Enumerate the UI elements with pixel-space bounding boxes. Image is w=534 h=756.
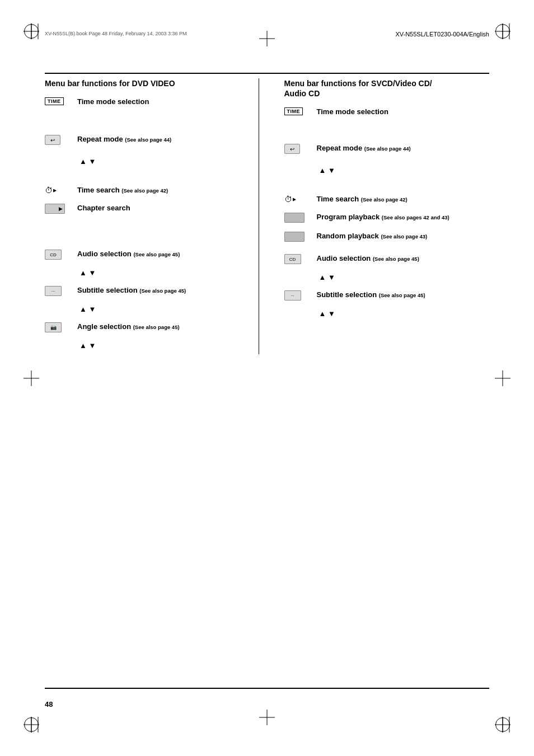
left-column: Menu bar functions for DVD VIDEO TIME Ti… bbox=[45, 78, 259, 354]
time-mode-left-row: TIME Time mode selection bbox=[45, 97, 250, 106]
program-playback-icon bbox=[284, 213, 312, 223]
chapter-search-row: Chapter search bbox=[45, 204, 250, 214]
subtitle-right-label: Subtitle selection (See also page 45) bbox=[317, 290, 490, 299]
audio-icon-right: CD bbox=[284, 254, 301, 264]
angle-left-row: 📷 Angle selection (See also page 45) bbox=[45, 322, 250, 332]
subtitle-left-label: Subtitle selection (See also page 45) bbox=[77, 286, 250, 294]
page-number: 48 bbox=[45, 700, 53, 708]
main-content: Menu bar functions for DVD VIDEO TIME Ti… bbox=[45, 78, 489, 683]
header: XV-N55SL(B).book Page 48 Friday, Februar… bbox=[45, 31, 489, 39]
chapter-search-icon bbox=[45, 204, 73, 214]
audio-left-row: CD Audio selection (See also page 45) bbox=[45, 250, 250, 260]
reg-mark-tl bbox=[24, 24, 39, 39]
audio-left-label: Audio selection (See also page 45) bbox=[77, 250, 250, 258]
time-search-left-row: ⏱▶ Time search (See also page 42) bbox=[45, 186, 250, 195]
bottom-rule bbox=[45, 688, 489, 689]
audio-right-label: Audio selection (See also page 45) bbox=[317, 254, 490, 262]
updown-right-2-arrows: ▲ ▼ bbox=[317, 273, 490, 281]
program-playback-label: Program playback (See also pages 42 and … bbox=[317, 213, 490, 221]
subtitle-right-row: ··· Subtitle selection (See also page 45… bbox=[284, 290, 490, 300]
time-badge-right: TIME bbox=[284, 107, 303, 115]
updown-left-1-row: ▲ ▼ bbox=[45, 157, 250, 166]
prog-icon-random bbox=[284, 232, 305, 242]
random-playback-icon bbox=[284, 232, 312, 242]
audio-right-icon: CD bbox=[284, 254, 312, 264]
repeat-mode-right-icon: ↩ bbox=[284, 144, 312, 154]
audio-right-row: CD Audio selection (See also page 45) bbox=[284, 254, 490, 264]
right-section-title: Menu bar functions for SVCD/Video CD/Aud… bbox=[284, 78, 490, 98]
updown-left-1-arrows: ▲ ▼ bbox=[77, 157, 250, 166]
audio-icon-left: CD bbox=[45, 250, 62, 260]
updown-right-2-row: ▲ ▼ bbox=[284, 273, 490, 281]
random-playback-row: Random playback (See also page 43) bbox=[284, 232, 490, 242]
subtitle-left-row: ··· Subtitle selection (See also page 45… bbox=[45, 286, 250, 296]
time-search-left-icon: ⏱▶ bbox=[45, 186, 73, 195]
angle-left-icon: 📷 bbox=[45, 322, 73, 332]
reg-mark-bl bbox=[24, 717, 39, 732]
reg-mark-tr bbox=[495, 24, 510, 39]
top-rule bbox=[45, 73, 489, 74]
subtitle-right-icon: ··· bbox=[284, 290, 312, 300]
random-playback-label: Random playback (See also page 43) bbox=[317, 232, 490, 240]
subtitle-left-icon: ··· bbox=[45, 286, 73, 296]
repeat-icon-right: ↩ bbox=[284, 144, 300, 154]
time-badge-left: TIME bbox=[45, 97, 64, 105]
subtitle-icon-left: ··· bbox=[45, 286, 62, 296]
angle-icon-left: 📷 bbox=[45, 322, 62, 332]
updown-left-3-arrows: ▲ ▼ bbox=[77, 305, 250, 313]
repeat-mode-left-icon: ↩ bbox=[45, 135, 73, 145]
clock-arrow-right: ⏱▶ bbox=[284, 195, 296, 204]
time-mode-left-icon: TIME bbox=[45, 97, 73, 105]
time-search-right-icon: ⏱▶ bbox=[284, 195, 312, 204]
repeat-icon-left: ↩ bbox=[45, 135, 60, 145]
time-search-left-label: Time search (See also page 42) bbox=[77, 186, 250, 194]
clock-arrow-left: ⏱▶ bbox=[45, 186, 57, 195]
crosshair-bottom-center bbox=[259, 710, 275, 725]
updown-right-1-row: ▲ ▼ bbox=[284, 166, 490, 175]
program-playback-row: Program playback (See also pages 42 and … bbox=[284, 213, 490, 223]
updown-left-2-row: ▲ ▼ bbox=[45, 269, 250, 277]
reg-mark-br bbox=[495, 717, 510, 732]
chapter-icon-shape bbox=[45, 204, 65, 214]
crosshair-right-mid bbox=[495, 370, 510, 386]
audio-left-icon: CD bbox=[45, 250, 73, 260]
time-mode-left-label: Time mode selection bbox=[77, 97, 250, 106]
right-column: Menu bar functions for SVCD/Video CD/Aud… bbox=[276, 78, 490, 354]
crosshair-left-mid bbox=[24, 370, 39, 386]
updown-right-1-arrows: ▲ ▼ bbox=[317, 166, 490, 175]
time-search-right-row: ⏱▶ Time search (See also page 42) bbox=[284, 195, 490, 204]
time-mode-right-icon: TIME bbox=[284, 107, 312, 115]
prog-icon-program bbox=[284, 213, 305, 223]
chapter-search-label: Chapter search bbox=[77, 204, 250, 212]
left-section-title: Menu bar functions for DVD VIDEO bbox=[45, 78, 250, 88]
subtitle-icon-right: ··· bbox=[284, 290, 301, 300]
repeat-mode-right-row: ↩ Repeat mode (See also page 44) bbox=[284, 144, 490, 154]
updown-right-3-row: ▲ ▼ bbox=[284, 309, 490, 318]
file-info: XV-N55SL(B).book Page 48 Friday, Februar… bbox=[45, 31, 186, 36]
time-search-right-label: Time search (See also page 42) bbox=[317, 195, 490, 203]
updown-left-4-row: ▲ ▼ bbox=[45, 341, 250, 350]
doc-id: XV-N55SL/LET0230-004A/English bbox=[395, 31, 489, 37]
updown-left-3-row: ▲ ▼ bbox=[45, 305, 250, 313]
time-mode-right-label: Time mode selection bbox=[317, 107, 490, 116]
repeat-mode-left-label: Repeat mode (See also page 44) bbox=[77, 135, 250, 143]
updown-right-3-arrows: ▲ ▼ bbox=[317, 309, 490, 318]
repeat-mode-right-label: Repeat mode (See also page 44) bbox=[317, 144, 490, 152]
angle-left-label: Angle selection (See also page 45) bbox=[77, 322, 250, 331]
time-mode-right-row: TIME Time mode selection bbox=[284, 107, 490, 116]
repeat-mode-left-row: ↩ Repeat mode (See also page 44) bbox=[45, 135, 250, 145]
updown-left-2-arrows: ▲ ▼ bbox=[77, 269, 250, 277]
updown-left-4-arrows: ▲ ▼ bbox=[77, 341, 250, 350]
